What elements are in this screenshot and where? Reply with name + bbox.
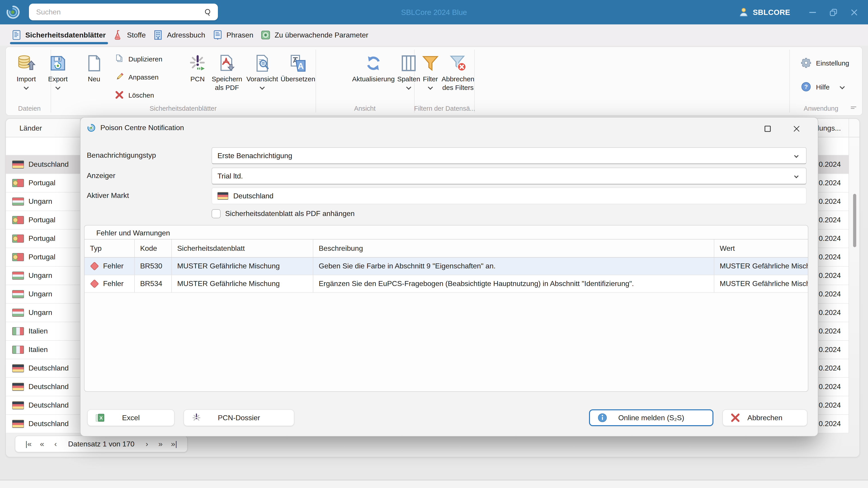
voransicht-button[interactable]: Voransicht: [246, 49, 279, 104]
flag-icon: [12, 216, 24, 224]
flag-icon: [12, 234, 24, 242]
column-header-sicherheitsdatenblatt[interactable]: Sicherheitsdatenblatt: [171, 239, 313, 257]
group-label-filtern: Filtern der Datensä...: [414, 105, 474, 112]
filter-button[interactable]: Filter: [419, 49, 442, 104]
country-row[interactable]: Ungarn: [6, 285, 80, 304]
error-row[interactable]: Fehler BR534 MUSTER Gefährliche Mischung…: [85, 275, 808, 293]
aktiver-markt-field[interactable]: Deutschland: [212, 188, 807, 204]
hilfe-button[interactable]: ? Hilfe: [801, 79, 844, 94]
dialog-abbrechen-button[interactable]: Abbrechen: [722, 410, 807, 426]
flag-icon: [12, 197, 24, 205]
country-row[interactable]: Italien: [6, 322, 80, 341]
flag-icon: [12, 179, 24, 187]
flag-icon: [12, 253, 24, 261]
svg-text:A: A: [298, 61, 304, 71]
export-button[interactable]: Export: [43, 49, 73, 104]
filter-abbrechen-button[interactable]: Abbrechendes Filters: [442, 49, 474, 104]
pcn-burst-icon: [188, 54, 207, 73]
group-label-dateien: Dateien: [11, 105, 48, 112]
column-header-typ[interactable]: Typ: [85, 239, 134, 257]
country-row[interactable]: Deutschland: [6, 396, 80, 415]
tab-phrasen[interactable]: Phrasen: [211, 24, 259, 46]
ribbon-toolbar: Import Export Dateien Neu: [5, 46, 863, 116]
anzeiger-dropdown[interactable]: Trial ltd.: [212, 168, 807, 184]
fast-prev-button[interactable]: «: [35, 440, 49, 449]
close-icon: [793, 125, 800, 132]
tab-label: Sicherheitsdatenblätter: [25, 31, 106, 39]
loeschen-button[interactable]: Löschen: [114, 87, 185, 103]
speichern-als-pdf-button[interactable]: Speichernals PDF: [209, 49, 245, 104]
dialog-close-button[interactable]: [791, 123, 802, 135]
neu-button[interactable]: Neu: [82, 49, 106, 104]
first-record-button[interactable]: |«: [22, 440, 35, 449]
info-icon: [597, 413, 608, 423]
excel-button[interactable]: X Excel: [87, 410, 175, 426]
aktualisierung-button[interactable]: Aktualisierung: [349, 49, 397, 104]
title-bar: SBLCore 2024 Blue SBLCORE: [0, 0, 868, 24]
tab-parameter[interactable]: Zu überwachende Parameter: [259, 24, 374, 46]
pcn-dossier-button[interactable]: PCN-Dossier: [184, 410, 294, 426]
online-melden-button[interactable]: Online melden (S₂S): [589, 410, 713, 426]
uebersetzen-button[interactable]: A Übersetzen: [279, 49, 317, 104]
group-dialog-launcher-icon[interactable]: [850, 106, 857, 111]
country-row[interactable]: Portugal: [6, 248, 80, 267]
error-row[interactable]: Fehler BR530 MUSTER Gefährliche Mischung…: [85, 258, 808, 275]
einstellung-button[interactable]: Einstellung: [801, 55, 849, 70]
country-row[interactable]: Ungarn: [6, 193, 80, 211]
new-document-icon: [85, 54, 103, 73]
tab-sicherheitsdatenblaetter[interactable]: Sicherheitsdatenblätter: [10, 24, 112, 46]
pdf-save-icon: [217, 54, 237, 73]
prev-record-button[interactable]: ‹: [49, 440, 62, 449]
close-button[interactable]: [844, 0, 864, 24]
country-row[interactable]: Ungarn: [6, 267, 80, 285]
country-row[interactable]: Portugal: [6, 211, 80, 230]
pcn-button[interactable]: PCN: [186, 49, 209, 104]
column-header-beschreibung[interactable]: Beschreibung: [313, 239, 714, 257]
chevron-down-icon: [794, 153, 799, 158]
search-input[interactable]: [29, 8, 204, 16]
minimize-button[interactable]: [802, 0, 823, 24]
attach-pdf-checkbox[interactable]: [212, 209, 221, 218]
country-row[interactable]: Ungarn: [6, 304, 80, 322]
spalten-button[interactable]: Spalten: [397, 49, 420, 104]
maximize-button[interactable]: [823, 0, 844, 24]
ribbon-separator: [789, 50, 790, 112]
tab-label: Stoffe: [127, 31, 146, 39]
country-row[interactable]: Italien: [6, 341, 80, 359]
flag-icon: [12, 383, 24, 391]
country-row[interactable]: Portugal: [6, 230, 80, 248]
column-divider[interactable]: [848, 119, 849, 433]
country-row[interactable]: Deutschland: [6, 378, 80, 396]
cancel-x-icon: [730, 413, 741, 423]
import-button[interactable]: Import: [11, 49, 41, 104]
error-diamond-icon: [90, 262, 99, 271]
account-button[interactable]: SBLCORE: [738, 7, 790, 18]
flag-icon: [12, 160, 24, 168]
flag-icon: [217, 192, 228, 200]
search-icon[interactable]: [204, 7, 213, 17]
country-row[interactable]: Portugal: [6, 174, 80, 193]
chevron-down-icon: [24, 85, 29, 90]
tab-adressbuch[interactable]: Adressbuch: [152, 24, 211, 46]
fast-next-button[interactable]: »: [154, 440, 167, 449]
duplizieren-button[interactable]: Duplizieren: [114, 51, 185, 66]
tab-label: Adressbuch: [167, 31, 205, 39]
column-header-laender[interactable]: Länder: [20, 119, 42, 137]
maximize-icon: [764, 125, 771, 132]
last-record-button[interactable]: »|: [167, 440, 181, 449]
country-row[interactable]: Deutschland: [6, 359, 80, 378]
dialog-maximize-button[interactable]: [762, 123, 774, 135]
tab-stoffe[interactable]: Stoffe: [112, 24, 152, 46]
field-label-anzeiger: Anzeiger: [87, 172, 115, 180]
vertical-scrollbar-thumb[interactable]: [853, 194, 856, 247]
country-row[interactable]: Deutschland: [6, 156, 80, 174]
country-row[interactable]: Deutschland: [6, 415, 80, 433]
benachrichtigungstyp-dropdown[interactable]: Erste Benachrichtigung: [212, 147, 807, 164]
datasheet-icon: [11, 29, 22, 41]
column-header-kode[interactable]: Kode: [134, 239, 171, 257]
next-record-button[interactable]: ›: [140, 440, 154, 449]
flag-icon: [12, 308, 24, 317]
anpassen-button[interactable]: Anpassen: [114, 69, 185, 85]
flag-icon: [12, 346, 24, 354]
column-header-wert[interactable]: Wert: [714, 239, 808, 257]
